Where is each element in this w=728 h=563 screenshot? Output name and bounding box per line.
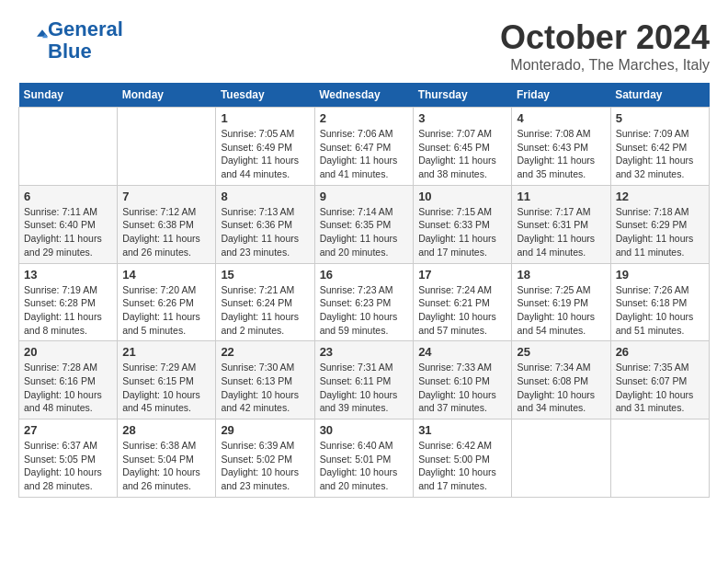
calendar-week-row: 13Sunrise: 7:19 AM Sunset: 6:28 PM Dayli…	[19, 263, 710, 341]
header-wednesday: Wednesday	[314, 83, 414, 108]
day-number: 12	[616, 190, 704, 203]
day-info: Sunrise: 7:28 AM Sunset: 6:16 PM Dayligh…	[24, 361, 112, 415]
location-title: Monterado, The Marches, Italy	[500, 57, 710, 74]
day-number: 13	[24, 268, 112, 282]
day-info: Sunrise: 7:05 AM Sunset: 6:49 PM Dayligh…	[221, 127, 309, 181]
day-number: 22	[221, 345, 309, 359]
day-number: 16	[320, 268, 409, 282]
calendar-cell: 20Sunrise: 7:28 AM Sunset: 6:16 PM Dayli…	[19, 341, 118, 419]
calendar-cell: 14Sunrise: 7:20 AM Sunset: 6:26 PM Dayli…	[118, 263, 216, 341]
calendar-cell: 21Sunrise: 7:29 AM Sunset: 6:15 PM Dayli…	[118, 341, 216, 419]
calendar-cell: 18Sunrise: 7:25 AM Sunset: 6:19 PM Dayli…	[512, 263, 610, 341]
calendar-cell: 1Sunrise: 7:05 AM Sunset: 6:49 PM Daylig…	[216, 108, 314, 186]
day-info: Sunrise: 7:06 AM Sunset: 6:47 PM Dayligh…	[320, 127, 409, 181]
calendar-cell: 3Sunrise: 7:07 AM Sunset: 6:45 PM Daylig…	[414, 108, 512, 186]
month-title: October 2024	[500, 18, 710, 57]
day-info: Sunrise: 7:08 AM Sunset: 6:43 PM Dayligh…	[517, 127, 605, 181]
logo-line1: General	[48, 17, 123, 40]
day-info: Sunrise: 7:33 AM Sunset: 6:10 PM Dayligh…	[418, 361, 506, 415]
calendar-cell: 23Sunrise: 7:31 AM Sunset: 6:11 PM Dayli…	[314, 341, 414, 419]
day-info: Sunrise: 7:15 AM Sunset: 6:33 PM Dayligh…	[418, 205, 506, 259]
day-info: Sunrise: 6:40 AM Sunset: 5:01 PM Dayligh…	[320, 439, 409, 493]
calendar-cell: 10Sunrise: 7:15 AM Sunset: 6:33 PM Dayli…	[414, 185, 512, 263]
day-info: Sunrise: 6:42 AM Sunset: 5:00 PM Dayligh…	[418, 439, 506, 493]
calendar-cell	[610, 419, 709, 498]
day-number: 3	[418, 111, 506, 125]
calendar-cell: 15Sunrise: 7:21 AM Sunset: 6:24 PM Dayli…	[216, 263, 314, 341]
calendar-week-row: 6Sunrise: 7:11 AM Sunset: 6:40 PM Daylig…	[19, 185, 710, 263]
calendar-cell	[118, 108, 216, 186]
calendar-week-row: 20Sunrise: 7:28 AM Sunset: 6:16 PM Dayli…	[19, 341, 710, 419]
day-info: Sunrise: 6:38 AM Sunset: 5:04 PM Dayligh…	[122, 439, 210, 493]
day-number: 10	[418, 190, 506, 203]
day-info: Sunrise: 7:35 AM Sunset: 6:07 PM Dayligh…	[616, 361, 704, 415]
calendar-cell	[19, 108, 118, 186]
calendar-cell: 22Sunrise: 7:30 AM Sunset: 6:13 PM Dayli…	[216, 341, 314, 419]
header-saturday: Saturday	[610, 83, 709, 108]
day-info: Sunrise: 7:20 AM Sunset: 6:26 PM Dayligh…	[122, 283, 210, 338]
calendar-table: SundayMondayTuesdayWednesdayThursdayFrid…	[18, 83, 710, 498]
logo-line2: Blue	[48, 40, 92, 63]
calendar-cell: 29Sunrise: 6:39 AM Sunset: 5:02 PM Dayli…	[216, 419, 314, 498]
day-number: 2	[320, 111, 409, 125]
calendar-cell: 27Sunrise: 6:37 AM Sunset: 5:05 PM Dayli…	[19, 419, 118, 498]
day-number: 11	[517, 190, 605, 203]
day-info: Sunrise: 7:18 AM Sunset: 6:29 PM Dayligh…	[616, 205, 704, 259]
calendar-cell: 7Sunrise: 7:12 AM Sunset: 6:38 PM Daylig…	[118, 185, 216, 263]
day-info: Sunrise: 7:14 AM Sunset: 6:35 PM Dayligh…	[320, 205, 409, 259]
day-number: 7	[122, 190, 210, 203]
header-monday: Monday	[118, 83, 216, 108]
day-info: Sunrise: 7:24 AM Sunset: 6:21 PM Dayligh…	[418, 283, 506, 338]
calendar-cell: 31Sunrise: 6:42 AM Sunset: 5:00 PM Dayli…	[414, 419, 512, 498]
day-info: Sunrise: 7:17 AM Sunset: 6:31 PM Dayligh…	[517, 205, 605, 259]
day-number: 31	[418, 423, 506, 437]
day-number: 28	[122, 423, 210, 437]
day-number: 17	[418, 268, 506, 282]
day-number: 4	[517, 111, 605, 125]
day-info: Sunrise: 7:23 AM Sunset: 6:23 PM Dayligh…	[320, 283, 409, 338]
calendar-cell: 16Sunrise: 7:23 AM Sunset: 6:23 PM Dayli…	[314, 263, 414, 341]
day-info: Sunrise: 6:37 AM Sunset: 5:05 PM Dayligh…	[24, 439, 112, 493]
day-info: Sunrise: 7:19 AM Sunset: 6:28 PM Dayligh…	[24, 283, 112, 338]
calendar-cell: 30Sunrise: 6:40 AM Sunset: 5:01 PM Dayli…	[314, 419, 414, 498]
calendar-cell: 11Sunrise: 7:17 AM Sunset: 6:31 PM Dayli…	[512, 185, 610, 263]
day-number: 5	[616, 111, 704, 125]
day-number: 14	[122, 268, 210, 282]
day-info: Sunrise: 7:25 AM Sunset: 6:19 PM Dayligh…	[517, 283, 605, 338]
calendar-cell: 17Sunrise: 7:24 AM Sunset: 6:21 PM Dayli…	[414, 263, 512, 341]
calendar-cell: 8Sunrise: 7:13 AM Sunset: 6:36 PM Daylig…	[216, 185, 314, 263]
calendar-cell	[512, 419, 610, 498]
day-info: Sunrise: 7:34 AM Sunset: 6:08 PM Dayligh…	[517, 361, 605, 415]
calendar-cell: 2Sunrise: 7:06 AM Sunset: 6:47 PM Daylig…	[314, 108, 414, 186]
calendar-header-row: SundayMondayTuesdayWednesdayThursdayFrid…	[19, 83, 710, 108]
day-number: 8	[221, 190, 309, 203]
calendar-week-row: 1Sunrise: 7:05 AM Sunset: 6:49 PM Daylig…	[19, 108, 710, 186]
calendar-cell: 13Sunrise: 7:19 AM Sunset: 6:28 PM Dayli…	[19, 263, 118, 341]
header-tuesday: Tuesday	[216, 83, 314, 108]
day-number: 21	[122, 345, 210, 359]
calendar-cell: 19Sunrise: 7:26 AM Sunset: 6:18 PM Dayli…	[610, 263, 709, 341]
calendar-cell: 5Sunrise: 7:09 AM Sunset: 6:42 PM Daylig…	[610, 108, 709, 186]
day-number: 19	[616, 268, 704, 282]
calendar-cell: 9Sunrise: 7:14 AM Sunset: 6:35 PM Daylig…	[314, 185, 414, 263]
calendar-cell: 28Sunrise: 6:38 AM Sunset: 5:04 PM Dayli…	[118, 419, 216, 498]
day-number: 1	[221, 111, 309, 125]
logo: General Blue	[18, 18, 123, 63]
day-number: 20	[24, 345, 112, 359]
day-number: 15	[221, 268, 309, 282]
calendar-week-row: 27Sunrise: 6:37 AM Sunset: 5:05 PM Dayli…	[19, 419, 710, 498]
title-block: October 2024 Monterado, The Marches, Ita…	[500, 18, 710, 74]
header-friday: Friday	[512, 83, 610, 108]
logo-text: General Blue	[48, 18, 123, 63]
calendar-cell: 24Sunrise: 7:33 AM Sunset: 6:10 PM Dayli…	[414, 341, 512, 419]
logo-icon	[20, 25, 48, 52]
day-info: Sunrise: 7:11 AM Sunset: 6:40 PM Dayligh…	[24, 205, 112, 259]
day-info: Sunrise: 7:07 AM Sunset: 6:45 PM Dayligh…	[418, 127, 506, 181]
page-header: General Blue October 2024 Monterado, The…	[18, 18, 710, 74]
day-number: 27	[24, 423, 112, 437]
day-info: Sunrise: 7:12 AM Sunset: 6:38 PM Dayligh…	[122, 205, 210, 259]
day-number: 30	[320, 423, 409, 437]
day-info: Sunrise: 7:21 AM Sunset: 6:24 PM Dayligh…	[221, 283, 309, 338]
day-number: 29	[221, 423, 309, 437]
day-number: 24	[418, 345, 506, 359]
